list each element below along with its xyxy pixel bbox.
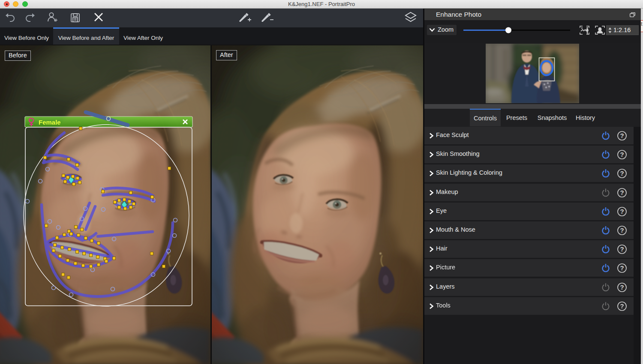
svg-text:?: ? [620,227,624,234]
svg-text:?: ? [620,283,624,291]
svg-text:?: ? [620,132,624,139]
svg-text:?: ? [620,245,624,253]
svg-text:?: ? [620,189,624,196]
svg-text:?: ? [620,302,624,310]
svg-text:?: ? [620,265,624,272]
svg-text:?: ? [620,170,624,177]
svg-text:?: ? [620,208,624,215]
svg-text:?: ? [620,151,624,158]
